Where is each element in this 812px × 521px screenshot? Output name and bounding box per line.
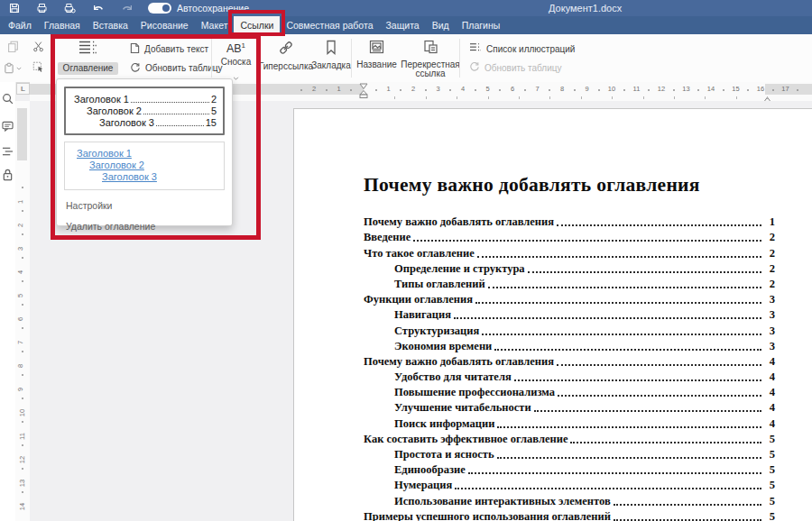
toc-entry[interactable]: Навигация3 [364, 306, 775, 322]
tab-insert[interactable]: Вставка [87, 16, 134, 34]
toc-entry[interactable]: Улучшение читабельности4 [364, 399, 775, 415]
ruler-number: 13 [19, 480, 26, 487]
tab-collaboration[interactable]: Совместная работа [280, 16, 379, 34]
ruler-tick [425, 89, 427, 91]
autosave-toggle[interactable] [148, 3, 171, 14]
toc-entry-page: 5 [764, 448, 775, 462]
ruler-tick [22, 304, 23, 306]
tab-draw[interactable]: Рисование [134, 16, 195, 34]
tab-references[interactable]: Ссылки [234, 16, 280, 34]
tab-stop-tick [767, 96, 768, 99]
cut-icon[interactable] [32, 40, 44, 56]
toc-entry[interactable]: Структуризация3 [364, 322, 775, 337]
ruler-tick [300, 89, 302, 91]
save-icon[interactable] [9, 3, 20, 14]
dot-leader [528, 271, 761, 273]
ruler-tick [375, 89, 377, 91]
select-icon[interactable] [32, 60, 44, 77]
table-of-contents-button[interactable]: Оглавление [51, 34, 125, 82]
bookmark-icon [325, 40, 337, 59]
lock-icon[interactable] [2, 169, 14, 180]
toc-entry[interactable]: Почему важно добавлять оглавления4 [364, 353, 775, 369]
toc-entry[interactable]: Использование интерактивных элементов5 [364, 492, 775, 507]
paste-icon[interactable] [4, 62, 22, 74]
toc-style-link[interactable]: Заголовок 1 [71, 148, 217, 160]
dot-leader [494, 349, 761, 351]
ruler-tick [22, 398, 23, 399]
figures-list-button[interactable]: Список иллюстраций [469, 42, 623, 55]
dot-leader [143, 114, 209, 114]
toc-entry[interactable]: Примеры успешного использования оглавлен… [364, 508, 775, 521]
toc-entry[interactable]: Как составить эффективное оглавление5 [364, 431, 775, 446]
tab-plugins[interactable]: Плагины [456, 16, 507, 34]
footnote-button[interactable]: AB1 Сноска [212, 34, 260, 82]
document-page[interactable]: Почему важно добавлять оглавления Почему… [293, 108, 812, 521]
toc-entry-page: 3 [764, 293, 775, 306]
left-sidebar [0, 82, 16, 521]
undo-icon[interactable] [92, 4, 105, 14]
caption-button[interactable]: Название [352, 34, 401, 82]
cross-reference-button[interactable]: Перекрестная ссылка [401, 34, 459, 82]
add-text-button[interactable]: Добавить текст [130, 42, 211, 56]
comments-icon[interactable] [2, 119, 14, 131]
toc-style-entry-label: Заголовок 3 [99, 117, 154, 128]
bookmark-button[interactable]: Закладка [311, 34, 351, 82]
tab-protection[interactable]: Защита [379, 16, 425, 34]
navigation-headings-icon[interactable] [2, 144, 14, 156]
toc-settings-item[interactable]: Настройки [64, 195, 225, 215]
search-icon[interactable] [2, 92, 14, 104]
ruler-number: 8 [560, 86, 564, 93]
ruler-tick [22, 257, 23, 259]
toc-entry[interactable]: Что такое оглавление2 [364, 244, 775, 260]
dot-leader [557, 224, 761, 226]
ruler-number: 2 [312, 86, 316, 93]
toc-entry[interactable]: Почему важно добавлять оглавления1 [364, 214, 775, 229]
toc-style-links[interactable]: Заголовок 1Заголовок 2Заголовок 3 [64, 142, 225, 190]
quick-print-icon[interactable] [64, 3, 76, 14]
toc-entry[interactable]: Удобство для читателя4 [364, 369, 775, 384]
toc-style-link[interactable]: Заголовок 2 [71, 160, 217, 171]
dot-leader [482, 334, 761, 335]
ruler-tick [574, 89, 576, 91]
update-table-button[interactable]: Обновить таблицу [130, 62, 211, 75]
toc-entry-text: Что такое оглавление [364, 247, 475, 260]
toc-style-link[interactable]: Заголовок 3 [71, 171, 217, 183]
ruler-number: 14 [707, 86, 715, 93]
copy-icon[interactable] [7, 40, 19, 56]
tab-view[interactable]: Вид [426, 16, 456, 34]
toc-remove-item[interactable]: Удалить оглавление [64, 215, 225, 236]
toc-entry[interactable]: Нумерация5 [364, 477, 775, 492]
vertical-ruler[interactable]: 1234567891011121314 [15, 101, 31, 521]
toc-entry-page: 4 [764, 370, 775, 384]
toc-entry[interactable]: Единообразие5 [364, 462, 775, 477]
tab-home[interactable]: Главная [38, 16, 87, 34]
toc-style-entry-label: Заголовок 1 [74, 94, 129, 105]
toc-entry[interactable]: Экономия времени3 [364, 338, 775, 353]
tab-stop-tick [488, 96, 489, 99]
toc-entry[interactable]: Простота и ясность5 [364, 446, 775, 462]
dot-leader [131, 102, 209, 103]
toc-entry[interactable]: Определение и структура2 [364, 260, 775, 276]
ruler-number: 12 [19, 456, 26, 463]
dot-leader [534, 410, 761, 412]
hyperlink-button[interactable]: Гиперссылка [261, 34, 311, 82]
toc-entry-page: 4 [764, 401, 775, 415]
tab-layout[interactable]: Макет [195, 16, 235, 34]
add-text-icon [130, 42, 140, 56]
toc-style-classic[interactable]: Заголовок 12Заголовок 25Заголовок 315 [64, 87, 225, 135]
toc-entry[interactable]: Типы оглавлений2 [364, 276, 775, 291]
toc-entry-page: 1 [764, 215, 775, 229]
ruler-tick [648, 89, 650, 91]
dot-leader [477, 256, 761, 258]
toc-entry[interactable]: Поиск информации4 [364, 415, 775, 430]
ruler-number: 13 [682, 86, 689, 93]
redo-icon[interactable] [121, 4, 134, 14]
toc-entry[interactable]: Функции оглавления3 [364, 291, 775, 306]
toc-entry[interactable]: Введение2 [364, 229, 775, 244]
tab-file[interactable]: Файл [2, 16, 38, 34]
tab-stop-selector[interactable]: L [16, 83, 30, 95]
print-icon[interactable] [36, 3, 48, 14]
toc-entry[interactable]: Повышение профессионализма4 [364, 384, 775, 399]
toc-entry-text: Типы оглавлений [394, 278, 485, 291]
ruler-tick [22, 233, 23, 235]
